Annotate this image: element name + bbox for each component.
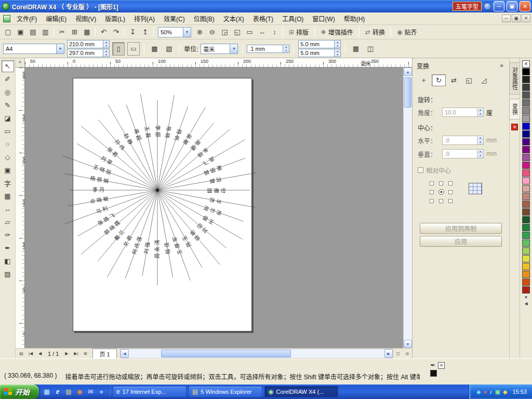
mail-icon[interactable]: ✉ (86, 387, 95, 396)
zoom-page-icon[interactable]: ▭ (244, 26, 256, 38)
task-button[interactable]: ▤5 Windows Explorer (189, 386, 262, 397)
color-swatch[interactable] (522, 154, 530, 161)
anchor-right[interactable] (448, 190, 453, 194)
spinner-arrows-icon[interactable]: ▲▼ (283, 45, 289, 53)
vertical-scroll-track[interactable] (404, 76, 412, 340)
first-page-icon[interactable]: |◀ (26, 349, 35, 358)
duplicate-y-spinner[interactable]: 5.0 mm ▲▼ (298, 49, 341, 57)
save-icon[interactable]: ▤ (27, 26, 39, 38)
scroll-right-icon[interactable]: ▶ (384, 349, 393, 358)
docker-expand-icon[interactable]: » (498, 62, 505, 69)
skew-button[interactable]: ◿ (477, 74, 491, 86)
scroll-down-icon[interactable]: ▼ (404, 340, 412, 348)
vertical-scroll-thumb[interactable] (404, 77, 411, 108)
angle-input[interactable]: 10.0 ▲▼ (442, 108, 484, 117)
palette-expand-icon[interactable]: ◀ (524, 301, 527, 306)
no-color-swatch[interactable]: ✕ (522, 60, 530, 68)
pick-tool[interactable]: ↖ (2, 60, 14, 72)
cut-icon[interactable]: ✂ (56, 26, 68, 38)
shape-tool[interactable]: ✐ (2, 73, 14, 85)
menu-item[interactable]: 文本(X) (219, 12, 248, 24)
menu-item[interactable]: 位图(B) (190, 12, 219, 24)
color-swatch[interactable] (522, 107, 530, 114)
snap-button[interactable]: ◉贴齐 (393, 28, 421, 36)
spinner-arrows-icon[interactable]: ▲▼ (103, 40, 110, 48)
start-button[interactable]: 开始 (0, 384, 39, 399)
rectangle-tool[interactable]: ▭ (2, 125, 14, 137)
scroll-left-icon[interactable]: ◀ (121, 349, 129, 358)
landscape-button[interactable]: ▭ (127, 42, 140, 56)
docker-tab[interactable]: 对象属性 (509, 62, 521, 95)
ime-tray-icon[interactable]: ◆ (503, 389, 507, 395)
interactive-fill-tool[interactable]: ▨ (2, 268, 14, 280)
page-sorter-icon[interactable]: ▤ (17, 349, 26, 358)
navigator-icon[interactable]: ◻ (393, 349, 403, 358)
dynamic-guides-icon[interactable]: ◫ (364, 43, 376, 55)
rotation-button[interactable]: ↻ (432, 74, 446, 86)
add-page-icon[interactable]: ⊞ (81, 349, 90, 358)
blend-tool[interactable]: ▱ (2, 216, 14, 228)
color-swatch[interactable] (522, 232, 530, 239)
copy-icon[interactable]: ⊞ (69, 26, 81, 38)
size-button[interactable]: ◱ (462, 74, 476, 86)
menu-item[interactable]: 工具(O) (278, 12, 308, 24)
minimize-button[interactable]: ─ (494, 1, 504, 11)
basic-shapes-tool[interactable]: ▣ (2, 164, 14, 176)
color-swatch[interactable] (522, 263, 530, 270)
next-page-icon[interactable]: ▶ (62, 349, 71, 358)
color-swatch[interactable] (522, 162, 530, 169)
duplicate-x-spinner[interactable]: 5.0 mm ▲▼ (298, 40, 341, 48)
color-swatch[interactable] (522, 76, 530, 83)
vertical-ruler[interactable]: 300250200150100500 (16, 68, 25, 348)
spinner-arrows-icon[interactable]: ▲▼ (477, 150, 483, 158)
menu-item[interactable]: 版面(L) (101, 12, 129, 24)
apply-to-duplicate-button[interactable]: 应用到再制 (420, 223, 502, 234)
color-swatch[interactable] (522, 255, 530, 262)
horizontal-scroll-thumb[interactable] (161, 350, 291, 357)
redo-icon[interactable]: ↷ (110, 26, 122, 38)
anchor-top[interactable] (439, 181, 443, 185)
docker-tab[interactable]: 变换 (509, 99, 521, 119)
apply-button[interactable]: 应用 (420, 236, 502, 247)
center-horizontal-input[interactable]: .0 ▲▼ (442, 136, 484, 145)
canvas[interactable]: 李丹杨丽娟王晓丽刘翠张君孙伟赵静蒋超王磊李娜陈晓杨帆吴敏周健朱晓高飞夏丽娟何群彭… (25, 68, 403, 348)
color-swatch[interactable] (522, 271, 530, 278)
text-tool[interactable]: 字 (2, 177, 14, 189)
color-swatch[interactable] (522, 130, 530, 138)
color-swatch[interactable] (522, 91, 530, 99)
zoom-all-icon[interactable]: ◱ (231, 26, 243, 38)
export-icon[interactable]: ↥ (139, 26, 151, 38)
color-swatch[interactable] (522, 201, 530, 208)
zoom-width-icon[interactable]: ↔ (256, 26, 268, 38)
color-swatch[interactable] (522, 193, 530, 200)
paste-icon[interactable]: ▦ (81, 26, 93, 38)
horizontal-scrollbar[interactable]: ◀ ▶ (120, 349, 393, 358)
page-tab[interactable]: 页 1 (92, 349, 116, 358)
color-swatch[interactable] (522, 169, 530, 177)
spinner-arrows-icon[interactable]: ▲▼ (103, 49, 110, 57)
paper-size-combo[interactable]: A4 ▼ (3, 44, 64, 54)
scanner-icon[interactable]: ◈ (476, 389, 481, 395)
scale-mirror-button[interactable]: ⇄ (447, 74, 461, 86)
all-pages-icon[interactable]: ▩ (149, 43, 161, 55)
media-player-icon[interactable]: ◉ (75, 387, 84, 396)
zoom-level-combo[interactable]: 50% ▼ (158, 27, 191, 37)
color-swatch[interactable] (522, 286, 530, 294)
color-swatch[interactable] (522, 278, 530, 286)
snap-to-grid-icon[interactable]: ▦ (350, 43, 362, 55)
previous-page-icon[interactable]: ◀ (35, 349, 45, 358)
zoom-height-icon[interactable]: ↕ (269, 26, 281, 38)
anchor-top-right[interactable] (448, 181, 453, 185)
paper-height-spinner[interactable]: 297.0 mm ▲▼ (67, 49, 110, 57)
print-icon[interactable]: ▥ (39, 26, 51, 38)
units-combo[interactable]: 毫米 ▼ (201, 44, 238, 54)
menu-item[interactable]: 窗口(W) (308, 12, 339, 24)
anchor-bottom[interactable] (439, 199, 443, 203)
new-document-icon[interactable]: ▢ (2, 26, 14, 38)
vertical-scrollbar[interactable]: ▲ ▼ (403, 68, 412, 348)
color-swatch[interactable] (522, 247, 530, 255)
spinner-arrows-icon[interactable]: ▲▼ (335, 40, 341, 48)
center-vertical-input[interactable]: .0 ▲▼ (442, 149, 484, 158)
chevron-down-icon[interactable]: ▼ (230, 44, 237, 54)
spinner-arrows-icon[interactable]: ▲▼ (335, 49, 341, 57)
